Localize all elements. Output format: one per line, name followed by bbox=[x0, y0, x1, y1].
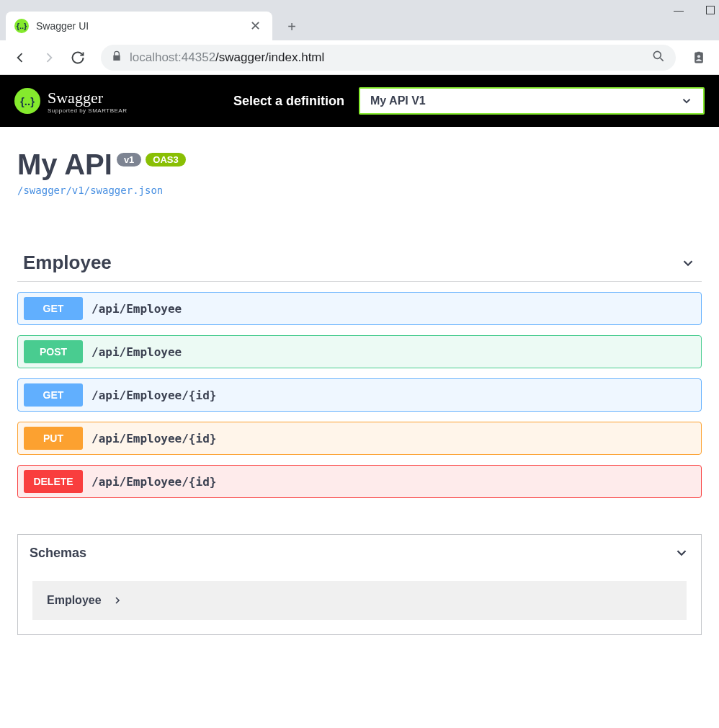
tab-title: Swagger UI bbox=[36, 20, 240, 32]
operation-row[interactable]: DELETE/api/Employee/{id} bbox=[17, 465, 702, 498]
schemas-section: Schemas Employee bbox=[17, 534, 702, 635]
url-bar[interactable]: localhost:44352/swagger/index.html bbox=[101, 45, 676, 71]
tag-name: Employee bbox=[23, 252, 112, 274]
browser-toolbar: localhost:44352/swagger/index.html bbox=[0, 40, 719, 75]
brand-name: Swagger bbox=[48, 89, 127, 107]
tag-header[interactable]: Employee bbox=[17, 247, 702, 282]
brand-sub: Supported by SMARTBEAR bbox=[48, 107, 127, 114]
window-controls: — bbox=[673, 4, 715, 16]
new-tab-button[interactable]: + bbox=[281, 16, 303, 37]
definition-selected: My API V1 bbox=[370, 94, 426, 107]
operations-list: GET/api/EmployeePOST/api/EmployeeGET/api… bbox=[17, 292, 702, 498]
swagger-favicon-icon: {..} bbox=[14, 19, 29, 33]
tag-section: Employee GET/api/EmployeePOST/api/Employ… bbox=[17, 247, 702, 498]
spec-link[interactable]: /swagger/v1/swagger.json bbox=[17, 185, 163, 196]
http-method-badge: DELETE bbox=[24, 470, 83, 493]
browser-tab[interactable]: {..} Swagger UI ✕ bbox=[6, 12, 272, 40]
http-method-badge: GET bbox=[24, 383, 83, 407]
operation-row[interactable]: GET/api/Employee bbox=[17, 292, 702, 325]
chevron-right-icon bbox=[112, 595, 123, 606]
http-method-badge: PUT bbox=[24, 427, 83, 450]
swagger-logo-icon: {..} bbox=[14, 88, 40, 114]
swagger-logo[interactable]: {..} Swagger Supported by SMARTBEAR bbox=[14, 88, 127, 114]
schemas-body: Employee bbox=[18, 571, 701, 634]
minimize-icon[interactable]: — bbox=[673, 4, 684, 16]
maximize-icon[interactable] bbox=[706, 6, 715, 14]
api-version-badge: v1 bbox=[117, 153, 141, 167]
browser-chrome: {..} Swagger UI ✕ + — localhost:44352/sw… bbox=[0, 0, 719, 75]
definition-select[interactable]: My API V1 bbox=[359, 87, 705, 115]
http-method-badge: GET bbox=[24, 297, 83, 320]
schemas-header[interactable]: Schemas bbox=[18, 535, 701, 571]
chevron-down-icon bbox=[680, 255, 696, 271]
definition-label: Select a definition bbox=[233, 94, 344, 109]
search-icon[interactable] bbox=[651, 49, 666, 66]
chevron-down-icon bbox=[680, 94, 693, 107]
chevron-down-icon bbox=[674, 545, 689, 561]
operation-row[interactable]: PUT/api/Employee/{id} bbox=[17, 422, 702, 455]
swagger-topbar: {..} Swagger Supported by SMARTBEAR Sele… bbox=[0, 75, 719, 127]
endpoint-path: /api/Employee/{id} bbox=[91, 475, 216, 489]
endpoint-path: /api/Employee bbox=[91, 302, 182, 316]
http-method-badge: POST bbox=[24, 340, 83, 363]
lock-icon bbox=[111, 50, 122, 65]
url-text: localhost:44352/swagger/index.html bbox=[130, 50, 324, 65]
api-header: My API v1 OAS3 bbox=[17, 148, 702, 181]
api-title: My API bbox=[17, 148, 112, 181]
endpoint-path: /api/Employee/{id} bbox=[91, 389, 216, 402]
endpoint-path: /api/Employee bbox=[91, 345, 182, 359]
forward-button[interactable] bbox=[37, 46, 61, 69]
reload-button[interactable] bbox=[66, 46, 89, 69]
profile-icon[interactable] bbox=[687, 46, 710, 69]
back-button[interactable] bbox=[9, 46, 32, 69]
operation-row[interactable]: GET/api/Employee/{id} bbox=[17, 378, 702, 412]
svg-point-1 bbox=[697, 55, 700, 58]
close-tab-icon[interactable]: ✕ bbox=[247, 18, 264, 34]
schema-item[interactable]: Employee bbox=[32, 581, 687, 620]
svg-point-0 bbox=[653, 51, 661, 58]
endpoint-path: /api/Employee/{id} bbox=[91, 432, 216, 445]
oas-badge: OAS3 bbox=[146, 153, 185, 167]
operation-row[interactable]: POST/api/Employee bbox=[17, 335, 702, 368]
schema-name: Employee bbox=[47, 594, 102, 607]
tab-strip: {..} Swagger UI ✕ + — bbox=[0, 0, 719, 40]
swagger-content: My API v1 OAS3 /swagger/v1/swagger.json … bbox=[0, 127, 719, 657]
schemas-title: Schemas bbox=[30, 546, 86, 561]
